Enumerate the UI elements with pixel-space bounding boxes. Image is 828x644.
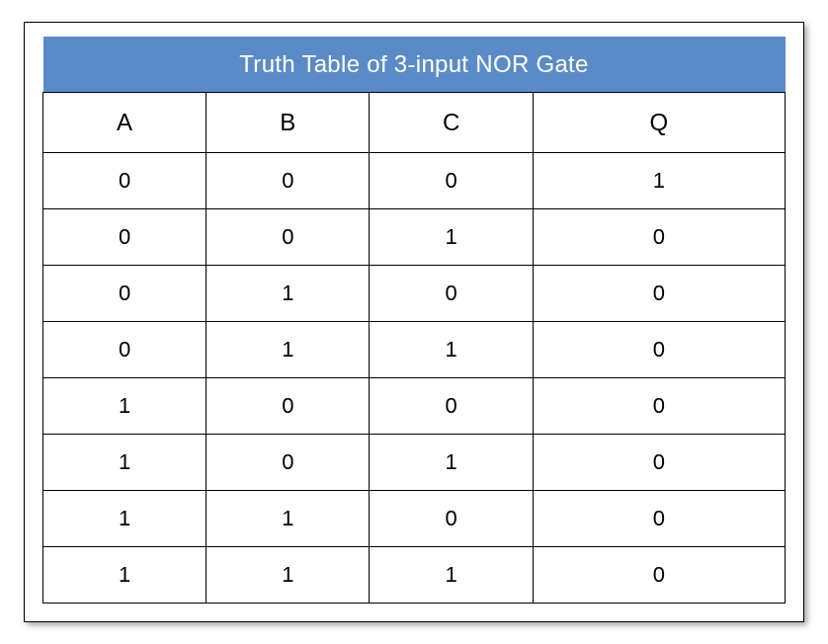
table-body: 0 0 0 1 0 0 1 0 0 1 0 0 0 1 1 0 [43,153,786,604]
table-row: 1 0 0 0 [43,378,786,435]
cell-a: 1 [43,378,207,435]
cell-c: 0 [370,153,533,209]
table-row: 0 1 1 0 [43,322,786,378]
cell-b: 0 [207,378,370,435]
cell-c: 1 [370,547,533,604]
cell-c: 1 [370,322,533,378]
cell-b: 0 [207,435,370,491]
cell-b: 1 [207,266,370,322]
cell-q: 0 [533,322,785,378]
cell-a: 0 [43,266,207,322]
cell-a: 1 [43,491,207,547]
cell-c: 0 [370,491,533,547]
cell-a: 0 [43,209,207,266]
table-row: 1 0 1 0 [43,435,786,491]
table-header-row: A B C Q [43,93,786,153]
cell-a: 1 [43,547,207,604]
cell-q: 0 [533,491,785,547]
column-header-a: A [43,93,207,153]
cell-a: 1 [43,435,207,491]
cell-a: 0 [43,153,207,209]
column-header-q: Q [533,93,785,153]
cell-a: 0 [43,322,207,378]
table-row: 1 1 0 0 [43,491,786,547]
cell-b: 0 [207,209,370,266]
cell-c: 1 [370,435,533,491]
cell-q: 0 [533,209,785,266]
table-row: 0 0 1 0 [43,209,786,266]
cell-b: 0 [207,153,370,209]
cell-c: 0 [370,266,533,322]
table-title: Truth Table of 3-input NOR Gate [43,37,786,93]
cell-b: 1 [207,491,370,547]
cell-q: 0 [533,435,785,491]
cell-q: 1 [533,153,785,209]
cell-c: 1 [370,209,533,266]
cell-c: 0 [370,378,533,435]
table-row: 0 1 0 0 [43,266,786,322]
column-header-c: C [370,93,533,153]
cell-q: 0 [533,378,785,435]
table-container: Truth Table of 3-input NOR Gate A B C Q … [24,22,804,622]
table-row: 0 0 0 1 [43,153,786,209]
cell-q: 0 [533,547,785,604]
column-header-b: B [207,93,370,153]
table-row: 1 1 1 0 [43,547,786,604]
truth-table: Truth Table of 3-input NOR Gate A B C Q … [42,37,786,604]
cell-b: 1 [207,322,370,378]
cell-b: 1 [207,547,370,604]
cell-q: 0 [533,266,785,322]
